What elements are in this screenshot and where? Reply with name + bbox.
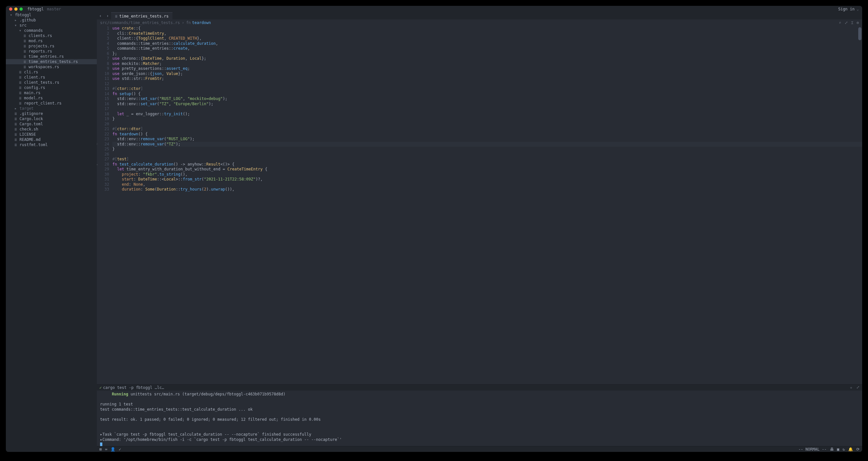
tree-file[interactable]: ≣mod.rs	[6, 38, 97, 43]
tree-file[interactable]: ≣time_entries.rs	[6, 54, 97, 59]
project-name[interactable]: fbtoggl	[27, 7, 44, 11]
tree-folder[interactable]: ▸.github	[6, 18, 97, 23]
file-icon: ≣	[13, 122, 18, 126]
code-line[interactable]	[113, 122, 862, 127]
code-line[interactable]: fn teardown() {	[113, 132, 862, 137]
folder-open-icon: ▾	[9, 13, 13, 17]
code-line[interactable]: use pretty_assertions::assert_eq;	[113, 66, 862, 71]
settings-icon[interactable]: ⚙	[857, 21, 859, 25]
code-line[interactable]: #[ctor::dtor]	[113, 127, 862, 132]
tree-file[interactable]: ≣model.rs	[6, 95, 97, 101]
code-line[interactable]	[113, 152, 862, 157]
code-line[interactable]: std::env::set_var("TZ", "Europe/Berlin")…	[113, 102, 862, 107]
code-line[interactable]: let time_entry_with_duration_but_without…	[113, 167, 862, 172]
tree-file[interactable]: ≣LICENSE	[6, 132, 97, 137]
tree-file[interactable]: ≣report_client.rs	[6, 101, 97, 106]
code-line[interactable]: use serde_json::{json, Value};	[113, 71, 862, 77]
code-line[interactable]: let _ = env_logger::try_init();	[113, 112, 862, 117]
tree-file[interactable]: ≣.gitignore	[6, 111, 97, 116]
sign-in-button[interactable]: Sign in	[838, 7, 855, 11]
code-line[interactable]	[113, 81, 862, 87]
code-line[interactable]: project: "fkbr".to_string(),	[113, 172, 862, 177]
cursor-icon[interactable]: ⌶	[851, 21, 854, 25]
code-line[interactable]: #[ctor::ctor]	[113, 86, 862, 92]
nav-back-button[interactable]: ‹	[97, 12, 104, 20]
status-icon[interactable]: 🖶	[830, 447, 834, 452]
code-line[interactable]: std::env::remove_var("RUST_LOG");	[113, 137, 862, 142]
breadcrumb-path[interactable]: src/commands/time_entries_tests.rs	[100, 21, 180, 25]
file-icon: ≣	[18, 70, 22, 74]
tree-file[interactable]: ≣check.sh	[6, 127, 97, 132]
terminal-output[interactable]: Running unittests src/main.rs (target/de…	[97, 391, 862, 446]
nav-forward-button[interactable]: ›	[104, 12, 111, 20]
status-icon[interactable]: ⟳	[856, 447, 860, 452]
breadcrumb-fn-kw[interactable]: fn	[186, 21, 191, 25]
tree-file[interactable]: ≣workspaces.rs	[6, 64, 97, 69]
status-icon[interactable]: 🔔	[848, 447, 853, 452]
code-line[interactable]: start: DateTime::<Local>::from_str("2021…	[113, 177, 862, 182]
tab-label: time_entries_tests.rs	[119, 14, 168, 19]
scrollbar-thumb[interactable]	[858, 27, 862, 40]
code-line[interactable]: std::env::remove_var("TZ");	[113, 142, 862, 147]
window-minimize-button[interactable]	[14, 7, 18, 11]
tree-file[interactable]: ≣README.md	[6, 137, 97, 142]
search-icon[interactable]: ⌕	[839, 21, 841, 25]
tree-item-label: LICENSE	[20, 132, 36, 137]
window-close-button[interactable]	[9, 7, 12, 11]
tree-file[interactable]: ≣main.rs	[6, 90, 97, 95]
file-tree[interactable]: ▾fbtoggl▸.github▾src▾commands≣clients.rs…	[6, 12, 97, 452]
code-line[interactable]: };	[113, 51, 862, 57]
tree-file[interactable]: ≣reports.rs	[6, 49, 97, 54]
breadcrumb[interactable]: src/commands/time_entries_tests.rs › fn …	[97, 20, 862, 26]
window-maximize-button[interactable]	[20, 7, 23, 11]
tree-file[interactable]: ≣Cargo.lock	[6, 116, 97, 122]
tree-folder[interactable]: ▸target	[6, 106, 97, 111]
code-editor[interactable]: 123456789101112131415161718192021222324⚡…	[97, 26, 862, 384]
code-line[interactable]: use crate::{	[113, 26, 862, 31]
status-icon[interactable]: ▣	[837, 447, 839, 452]
code-line[interactable]: fn setup() {	[113, 92, 862, 97]
panel-plus-icon[interactable]: ＋	[849, 385, 853, 391]
code-line[interactable]: cli::CreateTimeEntry,	[113, 31, 862, 36]
tree-file[interactable]: ≣projects.rs	[6, 43, 97, 49]
code-line[interactable]: commands::time_entries::create,	[113, 46, 862, 51]
code-line[interactable]: client::{TogglClient, CREATED_WITH},	[113, 36, 862, 41]
panel-tab[interactable]: ✓ cargo test -p fbtoggl …lc…	[99, 385, 164, 390]
status-icon[interactable]: ⊞	[99, 447, 102, 452]
tree-file[interactable]: ≣time_entries_tests.rs	[6, 59, 97, 64]
tree-folder[interactable]: ▾src	[6, 23, 97, 28]
branch-name[interactable]: master	[47, 7, 61, 11]
fullscreen-icon[interactable]: ⤢	[845, 21, 848, 25]
breadcrumb-symbol[interactable]: teardown	[192, 21, 211, 25]
tree-file[interactable]: ≣client_tests.rs	[6, 80, 97, 85]
tree-folder[interactable]: ▾fbtoggl	[6, 12, 97, 18]
status-icon[interactable]: ↻	[843, 447, 845, 452]
code-line[interactable]: #[test]	[113, 157, 862, 162]
panel-fullscreen-icon[interactable]: ⤢	[856, 385, 860, 391]
tree-item-label: clients.rs	[29, 33, 52, 38]
tree-file[interactable]: ≣clients.rs	[6, 33, 97, 38]
code-line[interactable]: use mockito::Matcher;	[113, 61, 862, 67]
tree-file[interactable]: ≣config.rs	[6, 85, 97, 90]
tree-file[interactable]: ≣Cargo.toml	[6, 122, 97, 127]
code-line[interactable]: std::env::set_var("RUST_LOG", "mockito=d…	[113, 96, 862, 102]
code-line[interactable]: end: None,	[113, 182, 862, 187]
code-line[interactable]: }	[113, 147, 862, 152]
status-check-icon[interactable]: ✓	[119, 447, 121, 452]
editor-tab[interactable]: ≣ time_entries_tests.rs	[111, 12, 173, 20]
code-line[interactable]: fn test_calculate_duration() -> anyhow::…	[113, 162, 862, 167]
tree-item-label: reports.rs	[29, 49, 52, 54]
code-line[interactable]: commands::time_entries::calculate_durati…	[113, 41, 862, 46]
tree-folder[interactable]: ▾commands	[6, 28, 97, 33]
tree-file[interactable]: ≣rustfmt.toml	[6, 142, 97, 147]
chevron-down-icon[interactable]: ⌄	[857, 7, 859, 11]
code-line[interactable]: use chrono::{DateTime, Duration, Local};	[113, 56, 862, 61]
status-icon[interactable]: 👤	[111, 447, 115, 452]
tree-file[interactable]: ≣client.rs	[6, 75, 97, 80]
code-line[interactable]	[113, 106, 862, 112]
code-line[interactable]: use std::str::FromStr;	[113, 76, 862, 81]
code-line[interactable]: }	[113, 117, 862, 122]
tree-file[interactable]: ≣cli.rs	[6, 69, 97, 75]
code-line[interactable]: duration: Some(Duration::try_hours(2).un…	[113, 187, 862, 192]
status-icon[interactable]: ≔	[105, 447, 107, 452]
